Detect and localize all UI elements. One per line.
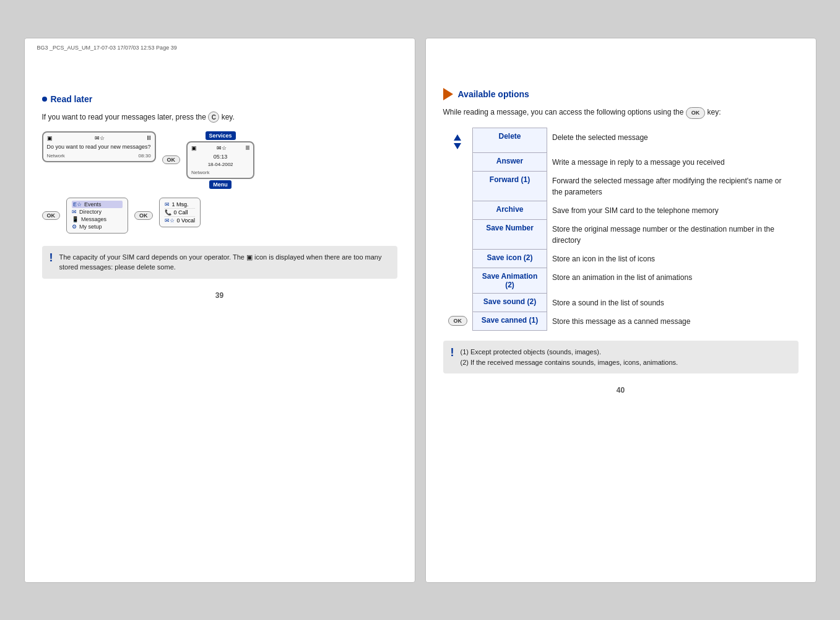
page-number-left: 39	[42, 291, 397, 300]
left-page: BG3 _PCS_AUS_UM_17-07-03 17/07/03 12:53 …	[24, 38, 415, 583]
phone1-topbar: ▣ ✉☆ lll	[47, 135, 151, 141]
note-exclaim-left: !	[50, 252, 53, 263]
option-row: Forward (1)Forward the selected message …	[443, 172, 799, 201]
option-desc: Forward the selected message after modif…	[547, 172, 799, 201]
nav-arrows	[448, 132, 468, 149]
right-page: Available options While reading a messag…	[425, 38, 816, 583]
option-desc: Store the original message number or the…	[547, 220, 799, 250]
note-text-left: The capacity of your SIM card depends on…	[59, 252, 390, 273]
services-label: Services	[206, 131, 236, 140]
menu-item-directory: ✉ Directory	[72, 208, 123, 216]
menu-label: Menu	[209, 180, 232, 189]
nav-arrow-down	[454, 143, 461, 149]
left-heading: Read later	[42, 94, 397, 104]
option-desc: Store an icon in the list of icons	[547, 250, 799, 268]
option-desc: Store this message as a canned message	[547, 312, 799, 331]
option-name: Forward (1)	[473, 172, 547, 201]
phone2-time: 05:13 18-04-2002	[191, 153, 249, 168]
phone2-topbar: ▣ ✉☆ lll	[191, 145, 249, 151]
option-name: Answer	[473, 153, 547, 172]
right-intro: While reading a message, you can access …	[443, 107, 799, 120]
option-desc: Store a sound in the list of sounds	[547, 294, 799, 312]
option-desc: Save from your SIM card to the telephone…	[547, 201, 799, 220]
option-name: Save icon (2)	[473, 250, 547, 268]
option-name: Save Number	[473, 220, 547, 250]
option-row: Save Animation (2)Store an animation in …	[443, 268, 799, 294]
option-desc: Write a message in reply to a message yo…	[547, 153, 799, 172]
option-desc: Store an animation in the list of animat…	[547, 268, 799, 294]
option-name: Save sound (2)	[473, 294, 547, 312]
nav-arrow-up	[454, 134, 461, 141]
menu-item-mysetup: ⚙ My setup	[72, 223, 123, 230]
phone2-bottom: Network	[191, 170, 249, 175]
bullet-icon	[42, 97, 47, 102]
option-row: Save sound (2)Store a sound in the list …	[443, 294, 799, 312]
page-meta: BG3 _PCS_AUS_UM_17-07-03 17/07/03 12:53 …	[37, 45, 177, 51]
c-key: C	[208, 111, 219, 123]
option-row: Save icon (2)Store an icon in the list o…	[443, 250, 799, 268]
note-box-right: ! (1) Except protected objects (sounds, …	[443, 341, 799, 373]
option-row: AnswerWrite a message in reply to a mess…	[443, 153, 799, 172]
phone1-screen: Do you want to read your new messages?	[47, 143, 151, 151]
option-row: OKSave canned (1)Store this message as a…	[443, 312, 799, 331]
options-table: DeleteDelete the selected messageAnswerW…	[443, 128, 799, 331]
option-name: Delete	[473, 128, 547, 153]
note-box-left: ! The capacity of your SIM card depends …	[42, 246, 397, 279]
msg-item-3: ✉☆ 0 Vocal	[165, 217, 196, 224]
phone-mock-1: ▣ ✉☆ lll Do you want to read your new me…	[42, 131, 156, 162]
page-spread: BG3 _PCS_AUS_UM_17-07-03 17/07/03 12:53 …	[24, 38, 816, 583]
option-name: Save canned (1)	[473, 312, 547, 331]
note-exclaim-right: !	[451, 347, 454, 358]
menu-item-messages: 📱 Messages	[72, 216, 123, 223]
ok-key-right: OK	[686, 107, 706, 120]
phone-row-1: ▣ ✉☆ lll Do you want to read your new me…	[42, 131, 397, 189]
option-row: Save NumberStore the original message nu…	[443, 220, 799, 250]
option-row: DeleteDelete the selected message	[443, 128, 799, 153]
intro-paragraph: If you want to read your messages later,…	[42, 111, 397, 123]
ok-button-1[interactable]: OK	[162, 155, 181, 164]
option-desc: Delete the selected message	[547, 128, 799, 153]
option-name: Save Animation (2)	[473, 268, 547, 294]
right-heading-row: Available options	[443, 88, 799, 100]
triangle-icon	[443, 88, 453, 100]
right-heading: Available options	[458, 89, 529, 99]
ok-button-options[interactable]: OK	[448, 316, 468, 326]
page-number-right: 40	[443, 386, 799, 395]
menu-item-events: E☆ Events	[72, 201, 123, 208]
msg-item-1: ✉ 1 Msg.	[165, 201, 196, 209]
events-menu: E☆ Events ✉ Directory 📱 Messages ⚙ My se…	[66, 198, 128, 234]
ok-button-3[interactable]: OK	[134, 211, 153, 220]
option-name: Archive	[473, 201, 547, 220]
phone-row-2: OK E☆ Events ✉ Directory 📱 Messages ⚙ My	[42, 198, 397, 234]
phone-services-group: Services ▣ ✉☆ lll 05:13 18-04-2002 Netwo…	[186, 131, 254, 189]
msg-item-2: 📞 0 Call	[165, 209, 196, 217]
ok-button-2[interactable]: OK	[42, 211, 61, 220]
msg-list: ✉ 1 Msg. 📞 0 Call ✉☆ 0 Vocal	[159, 198, 201, 227]
phone1-bottom: Network 08:30	[47, 153, 151, 159]
phone-mock-2: ▣ ✉☆ lll 05:13 18-04-2002 Network	[186, 141, 254, 179]
note-text-right: (1) Except protected objects (sounds, im…	[461, 347, 678, 367]
option-row: ArchiveSave from your SIM card to the te…	[443, 201, 799, 220]
